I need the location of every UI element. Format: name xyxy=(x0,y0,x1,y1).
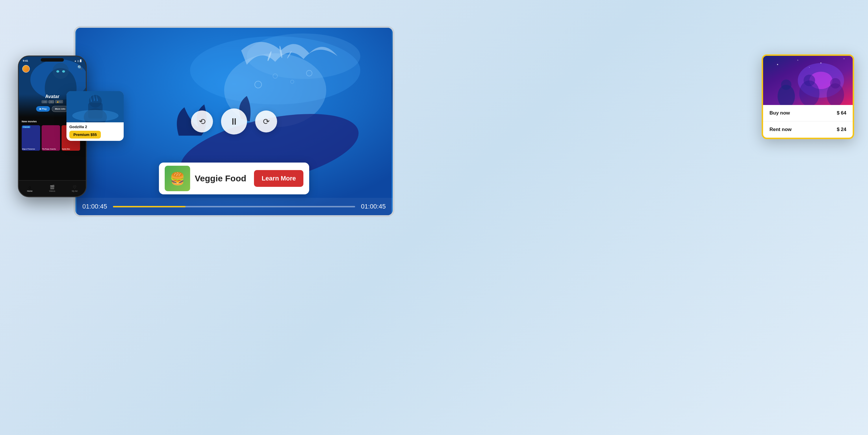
rating-badge: 👍 8.2 xyxy=(55,100,63,103)
quality-badge: HD xyxy=(49,100,54,103)
svg-point-33 xyxy=(798,60,798,61)
thumb-title-3: Spider-Man xyxy=(62,148,80,150)
svg-point-16 xyxy=(56,70,59,72)
svg-point-32 xyxy=(777,64,778,65)
status-time: 9:41 xyxy=(23,59,28,62)
svg-rect-20 xyxy=(41,125,60,151)
svg-point-15 xyxy=(53,63,69,79)
phone-navbar: ⌂ Home 🎬 Videos ♡ My list xyxy=(19,180,86,196)
forward-icon: ⟳ xyxy=(263,117,270,126)
premium-badge[interactable]: Premium $55 xyxy=(69,131,101,139)
buy-label: Buy now xyxy=(770,110,790,116)
ad-banner: 🍔 Veggie Food Learn More xyxy=(159,163,309,194)
nav-home-label: Home xyxy=(27,190,33,192)
mylist-icon: ♡ xyxy=(73,185,76,190)
thumb-title-1: Edge of Tomorrow xyxy=(22,148,39,150)
progress-bar-container: 01:00:45 01:00:45 xyxy=(75,198,393,215)
svg-rect-19 xyxy=(22,125,40,151)
purchase-options: Buy now $ 64 Rent now $ 24 xyxy=(763,105,853,138)
nav-videos[interactable]: 🎬 Videos xyxy=(49,185,55,192)
pause-button[interactable]: ⏸ xyxy=(221,109,247,135)
status-icons: ▲ ))) ▊ xyxy=(74,60,82,62)
rewind-icon: ⟲ xyxy=(199,117,206,126)
pause-icon: ⏸ xyxy=(229,116,239,127)
forward-button[interactable]: ⟳ xyxy=(255,111,277,133)
age-badge: +13 xyxy=(41,100,48,103)
search-icon[interactable]: 🔍 xyxy=(78,65,82,70)
purchase-card: Buy now $ 64 Rent now $ 24 xyxy=(762,54,854,139)
godzilla-thumb xyxy=(66,91,124,122)
svg-point-35 xyxy=(844,58,845,59)
progress-fill xyxy=(113,206,186,207)
godzilla-title: Godzilla 2 xyxy=(69,125,121,129)
rent-row[interactable]: Rent now $ 24 xyxy=(763,121,853,138)
nav-mylist-label: My list xyxy=(72,190,78,192)
ad-thumbnail: 🍔 xyxy=(165,166,190,191)
more-info-button[interactable]: More info xyxy=(52,106,68,112)
rewind-button[interactable]: ⟲ xyxy=(191,111,213,133)
thumb-title-2: The Purge: Anarchy xyxy=(42,148,60,150)
time-right: 01:00:45 xyxy=(361,203,386,210)
purchase-poster xyxy=(763,56,853,105)
movie-thumb-1[interactable]: 4 Episode Edge of Tomorrow xyxy=(22,125,40,151)
movie-thumb-2-bg xyxy=(41,125,60,151)
episode-badge: 4 Episode xyxy=(22,126,30,128)
nav-mylist[interactable]: ♡ My list xyxy=(72,185,78,192)
rent-label: Rent now xyxy=(770,127,792,133)
learn-more-button[interactable]: Learn More xyxy=(254,170,303,187)
movie-thumb-1-bg xyxy=(22,125,40,151)
avatar xyxy=(22,65,30,72)
progress-track[interactable] xyxy=(113,206,355,207)
svg-point-40 xyxy=(781,80,792,90)
svg-point-30 xyxy=(72,110,119,121)
svg-point-26 xyxy=(89,95,102,108)
nav-videos-label: Videos xyxy=(49,190,55,192)
godzilla-card: Godzilla 2 Premium $55 xyxy=(66,91,124,141)
svg-point-17 xyxy=(62,70,65,72)
home-icon: ⌂ xyxy=(29,185,31,190)
videos-icon: 🎬 xyxy=(50,185,55,190)
movie-thumb-2[interactable]: The Purge: Anarchy xyxy=(41,125,60,151)
play-button[interactable]: ▶ Play xyxy=(36,106,50,112)
godzilla-info: Godzilla 2 Premium $55 xyxy=(66,122,124,141)
buy-row[interactable]: Buy now $ 64 xyxy=(763,105,853,121)
phone-notch xyxy=(41,58,64,62)
rent-price: $ 24 xyxy=(837,127,846,133)
thumbs-up-icon: 👍 xyxy=(57,100,59,103)
nav-home[interactable]: ⌂ Home xyxy=(27,185,33,192)
ad-title: Veggie Food xyxy=(195,174,249,183)
svg-point-42 xyxy=(804,75,815,86)
video-controls: ⟲ ⏸ ⟳ xyxy=(191,109,277,135)
svg-point-44 xyxy=(830,78,841,88)
godzilla-thumb-bg xyxy=(66,91,124,122)
purchase-poster-bg xyxy=(763,56,853,105)
buy-price: $ 64 xyxy=(837,110,846,116)
time-left: 01:00:45 xyxy=(82,203,107,210)
